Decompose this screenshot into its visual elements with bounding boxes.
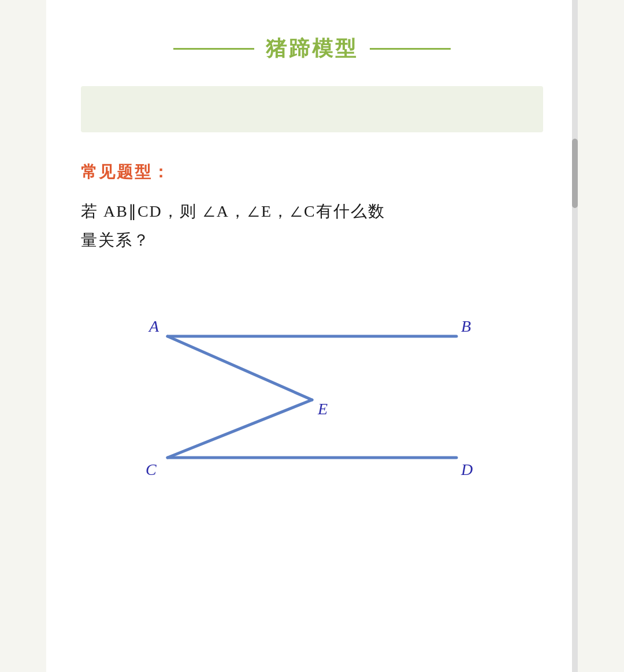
svg-line-2 xyxy=(168,400,312,458)
label-e: E xyxy=(317,400,328,418)
scrollbar[interactable] xyxy=(572,0,578,672)
question-type-label: 常见题型： xyxy=(81,161,543,183)
label-a: A xyxy=(148,317,159,335)
label-b: B xyxy=(461,317,471,335)
page-title: 猪蹄模型 xyxy=(266,35,358,63)
label-d: D xyxy=(460,461,473,478)
question-line2: 量关系？ xyxy=(81,231,150,249)
svg-line-1 xyxy=(168,336,312,400)
page-container: 猪蹄模型 常见题型： 若 AB∥CD，则 ∠A，∠E，∠C有什么数 量关系？ xyxy=(0,0,624,672)
question-line1: 若 AB∥CD，则 ∠A，∠E，∠C有什么数 xyxy=(81,202,385,220)
title-line-right xyxy=(370,48,451,50)
geometry-diagram: A B E C D xyxy=(133,279,491,498)
title-line-left xyxy=(173,48,254,50)
shaded-box xyxy=(81,86,543,132)
content-area: 猪蹄模型 常见题型： 若 AB∥CD，则 ∠A，∠E，∠C有什么数 量关系？ xyxy=(46,0,578,672)
diagram-container: A B E C D xyxy=(81,279,543,498)
scrollbar-thumb[interactable] xyxy=(572,139,578,208)
question-text: 若 AB∥CD，则 ∠A，∠E，∠C有什么数 量关系？ xyxy=(81,197,543,255)
title-row: 猪蹄模型 xyxy=(81,35,543,63)
label-c: C xyxy=(146,461,157,478)
